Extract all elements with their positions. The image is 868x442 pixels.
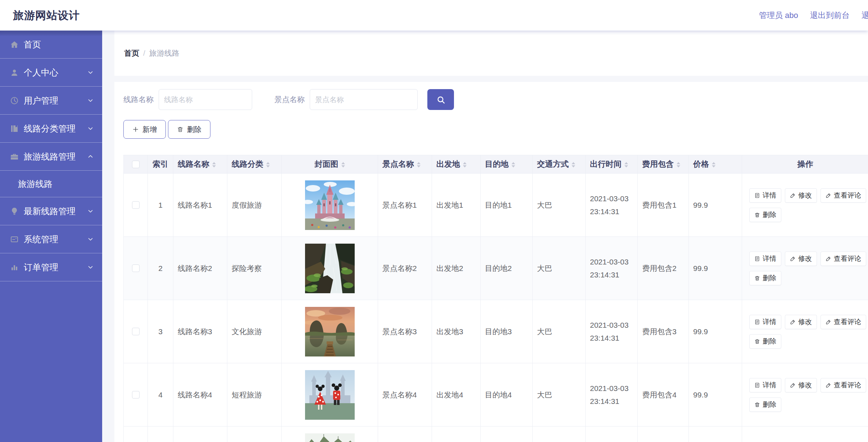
row-actions: 详情修改查看评论删除 [749, 188, 868, 222]
breadcrumb-home[interactable]: 首页 [124, 48, 139, 58]
sort-caret-icon[interactable] [266, 162, 270, 167]
comments-button[interactable]: 查看评论 [821, 315, 866, 329]
column-header-spot[interactable]: 景点名称 [378, 155, 432, 174]
cell-checkbox [124, 300, 148, 363]
edit-icon [790, 382, 796, 388]
river-raft-cover-image [282, 307, 378, 356]
search-button[interactable] [427, 89, 454, 110]
edit-button[interactable]: 修改 [785, 252, 817, 266]
cell-depart: 出发地2 [432, 237, 481, 300]
delete-button[interactable]: 删除 [168, 120, 210, 139]
comments-button[interactable]: 查看评论 [821, 378, 866, 392]
row-checkbox[interactable] [132, 328, 140, 335]
sidebar-item-travel-route-management[interactable]: 旅游线路管理 [0, 143, 102, 171]
cell-category: 探险考察 [227, 237, 282, 300]
sidebar-item-order-management[interactable]: 订单管理 [0, 253, 102, 281]
cell-fee: 费用包含4 [638, 363, 689, 427]
add-button-label: 新增 [142, 125, 157, 134]
cell-spot: 景点名称3 [378, 300, 432, 363]
delete-button[interactable]: 删除 [749, 208, 781, 222]
row-checkbox[interactable] [132, 201, 140, 209]
select-all-checkbox[interactable] [132, 161, 140, 168]
sort-caret-icon[interactable] [341, 162, 345, 167]
cell-name: 线路名称3 [173, 300, 227, 363]
sort-caret-icon[interactable] [212, 162, 216, 167]
sidebar-item-user-management[interactable]: 用户管理 [0, 87, 102, 115]
cell-fee: 费用包含3 [638, 300, 689, 363]
column-header-fee[interactable]: 费用包含 [638, 155, 689, 174]
sort-caret-icon[interactable] [677, 162, 680, 167]
cell-time: 2021-03-03 23:14:31 [586, 363, 638, 427]
sidebar-item-system-management[interactable]: 系统管理 [0, 225, 102, 253]
sort-caret-icon[interactable] [572, 162, 575, 167]
admin-user-link[interactable]: 管理员 abo [759, 10, 798, 21]
table-row: 1线路名称1度假旅游景点名称1出发地1目的地1大巴2021-03-03 23:1… [124, 174, 868, 237]
comments-button[interactable]: 查看评论 [821, 252, 866, 266]
cell-dest [481, 427, 533, 442]
delete-button[interactable]: 删除 [749, 271, 781, 285]
column-header-name[interactable]: 线路名称 [173, 155, 227, 174]
edit-button[interactable]: 修改 [785, 378, 817, 392]
delete-button[interactable]: 删除 [749, 397, 781, 412]
cell-transport: 大巴 [533, 237, 586, 300]
sidebar-item-profile[interactable]: 个人中心 [0, 59, 102, 87]
logout-link[interactable]: 退出登录 [862, 10, 868, 21]
edit-icon [826, 193, 831, 198]
comments-button-label: 查看评论 [834, 254, 861, 263]
column-header-category[interactable]: 线路分类 [227, 155, 282, 174]
spot-name-input[interactable] [310, 89, 418, 110]
sidebar-subitem-label: 旅游线路 [18, 178, 53, 190]
sidebar-item-home[interactable]: 首页 [0, 31, 102, 59]
column-header-price[interactable]: 价格 [689, 155, 742, 174]
edit-button[interactable]: 修改 [785, 188, 817, 203]
chevron-down-icon [87, 208, 94, 214]
edit-icon [790, 193, 796, 198]
edit-button[interactable]: 修改 [785, 315, 817, 329]
document-icon [754, 256, 760, 262]
detail-button[interactable]: 详情 [749, 378, 781, 392]
edit-icon [826, 256, 831, 262]
delete-button[interactable]: 删除 [749, 334, 781, 349]
column-header-cover[interactable]: 封面图 [282, 155, 378, 174]
column-header-label: 出发地 [436, 160, 460, 169]
row-actions: 详情修改查看评论删除 [749, 378, 868, 412]
sort-caret-icon[interactable] [417, 162, 421, 167]
route-name-input[interactable] [159, 89, 252, 110]
breadcrumb-current: 旅游线路 [149, 48, 179, 58]
comments-button-label: 查看评论 [834, 381, 861, 390]
column-header-dest[interactable]: 目的地 [481, 155, 533, 174]
exit-to-frontend-link[interactable]: 退出到前台 [810, 10, 850, 21]
row-checkbox[interactable] [132, 391, 140, 399]
column-header-time[interactable]: 出行时间 [586, 155, 638, 174]
sort-caret-icon[interactable] [712, 162, 715, 167]
chevron-down-icon [87, 125, 94, 132]
sidebar-item-route-category-management[interactable]: 线路分类管理 [0, 115, 102, 143]
detail-button[interactable]: 详情 [749, 188, 781, 203]
detail-button[interactable]: 详情 [749, 315, 781, 329]
column-header-depart[interactable]: 出发地 [432, 155, 481, 174]
sidebar-subitem-travel-routes[interactable]: 旅游线路 [0, 171, 102, 197]
edit-icon [790, 319, 796, 325]
home-icon [10, 40, 19, 49]
cell-time: 2021-03-03 23:14:31 [586, 300, 638, 363]
column-header-checkbox [124, 155, 148, 174]
sort-caret-icon[interactable] [463, 162, 467, 167]
cell-fee [638, 427, 689, 442]
column-header-transport[interactable]: 交通方式 [533, 155, 586, 174]
card-icon [10, 235, 19, 244]
cell-dest: 目的地1 [481, 174, 533, 237]
row-checkbox[interactable] [132, 264, 140, 272]
edit-button-label: 修改 [798, 317, 812, 327]
comments-button[interactable]: 查看评论 [821, 188, 866, 203]
sidebar-item-label: 最新线路管理 [24, 206, 87, 217]
cell-fee: 费用包含2 [638, 237, 689, 300]
cell-depart: 出发地3 [432, 300, 481, 363]
add-button[interactable]: 新增 [123, 120, 166, 139]
column-header-label: 封面图 [315, 160, 338, 169]
sort-caret-icon[interactable] [512, 162, 515, 167]
detail-button[interactable]: 详情 [749, 252, 781, 266]
sort-caret-icon[interactable] [624, 162, 628, 167]
cell-category: 短程旅游 [227, 363, 282, 427]
cell-checkbox [124, 237, 148, 300]
sidebar-item-latest-route-management[interactable]: 最新线路管理 [0, 197, 102, 225]
